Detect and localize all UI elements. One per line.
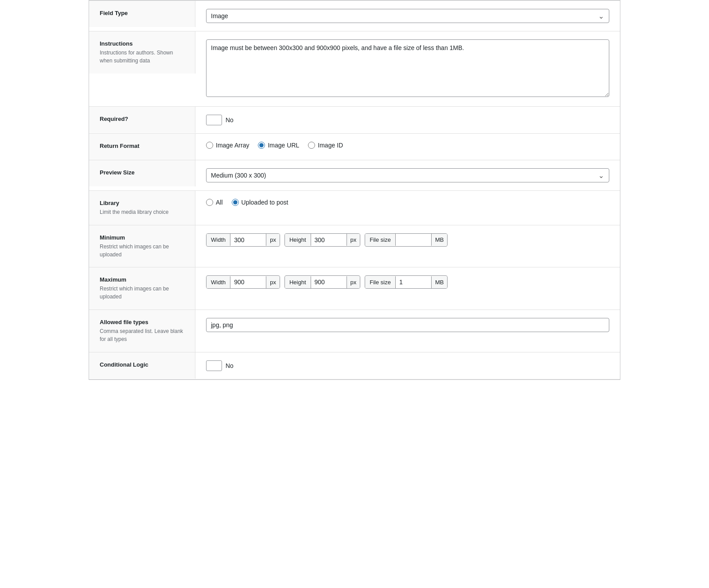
library-all-item: All (206, 199, 223, 206)
field-type-row: Field Type Image (89, 0, 620, 31)
return-format-array-radio[interactable] (206, 142, 213, 149)
return-format-array-item: Image Array (206, 142, 249, 149)
preview-size-row: Preview Size Medium (300 x 300) (89, 160, 620, 191)
maximum-description: Restrict which images can be uploaded (100, 286, 169, 300)
preview-size-label: Preview Size (100, 169, 186, 176)
required-row: Required? No (89, 107, 620, 134)
required-label: Required? (100, 116, 186, 122)
minimum-width-item: Width px (206, 233, 280, 247)
maximum-width-label: Width (206, 276, 230, 288)
return-format-url-radio[interactable] (258, 142, 265, 149)
instructions-label: Instructions (100, 40, 186, 47)
return-format-label-col: Return Format (89, 134, 195, 160)
minimum-filesize-input[interactable] (396, 234, 431, 246)
library-description: Limit the media library choice (100, 209, 168, 215)
library-all-label: All (216, 199, 223, 206)
field-type-select[interactable]: Image (206, 9, 609, 23)
maximum-filesize-input[interactable] (396, 276, 431, 288)
minimum-dimension-group: Width px Height px File size MB (206, 233, 609, 247)
minimum-filesize-unit: MB (431, 234, 448, 246)
return-format-id-item: Image ID (308, 142, 343, 149)
library-label-col: Library Limit the media library choice (89, 191, 195, 225)
instructions-textarea[interactable]: Image must be between 300x300 and 900x90… (206, 39, 609, 97)
allowed-file-types-description: Comma separated list. Leave blank for al… (100, 328, 183, 342)
allowed-file-types-label: Allowed file types (100, 319, 186, 325)
field-type-field-col: Image (195, 1, 620, 31)
minimum-row: Minimum Restrict which images can be upl… (89, 225, 620, 268)
minimum-filesize-item: File size MB (365, 233, 448, 247)
minimum-height-item: Height px (284, 233, 360, 247)
library-post-item: Uploaded to post (232, 199, 288, 206)
required-label-col: Required? (89, 107, 195, 133)
maximum-height-label: Height (285, 276, 311, 288)
minimum-filesize-label: File size (365, 234, 396, 246)
conditional-logic-row: Conditional Logic No (89, 352, 620, 379)
library-post-radio[interactable] (232, 199, 239, 206)
minimum-height-unit: px (347, 234, 360, 246)
field-type-label-col: Field Type (89, 1, 195, 27)
minimum-label: Minimum (100, 234, 186, 241)
maximum-filesize-label: File size (365, 276, 396, 288)
maximum-height-input[interactable] (311, 276, 347, 288)
minimum-height-input[interactable] (311, 234, 347, 246)
instructions-label-col: Instructions Instructions for authors. S… (89, 31, 195, 74)
field-type-label: Field Type (100, 10, 186, 16)
maximum-row: Maximum Restrict which images can be upl… (89, 267, 620, 310)
maximum-filesize-item: File size MB (365, 275, 448, 289)
maximum-height-unit: px (347, 276, 360, 288)
allowed-file-types-field-col (195, 310, 620, 340)
conditional-logic-field-col: No (195, 352, 620, 379)
preview-size-select-wrapper: Medium (300 x 300) (206, 168, 609, 182)
return-format-id-label: Image ID (318, 142, 343, 149)
minimum-width-unit: px (266, 234, 280, 246)
maximum-width-item: Width px (206, 275, 280, 289)
required-toggle-label: No (226, 116, 234, 124)
maximum-field-col: Width px Height px File size MB (195, 267, 620, 297)
minimum-field-col: Width px Height px File size MB (195, 225, 620, 255)
preview-size-select[interactable]: Medium (300 x 300) (206, 168, 609, 182)
allowed-file-types-label-col: Allowed file types Comma separated list.… (89, 310, 195, 352)
conditional-logic-toggle[interactable] (206, 360, 222, 371)
minimum-height-label: Height (285, 234, 311, 246)
maximum-label-col: Maximum Restrict which images can be upl… (89, 267, 195, 309)
library-all-radio[interactable] (206, 199, 213, 206)
library-label: Library (100, 200, 186, 206)
return-format-label: Return Format (100, 143, 186, 149)
return-format-row: Return Format Image Array Image URL Imag… (89, 134, 620, 160)
return-format-url-label: Image URL (268, 142, 299, 149)
conditional-logic-label: Conditional Logic (100, 361, 186, 368)
maximum-width-unit: px (266, 276, 280, 288)
library-post-label: Uploaded to post (242, 199, 288, 206)
form-container: Field Type Image Instructions Instructio… (89, 0, 620, 380)
library-radio-group: All Uploaded to post (206, 199, 609, 206)
return-format-url-item: Image URL (258, 142, 299, 149)
preview-size-field-col: Medium (300 x 300) (195, 160, 620, 190)
library-field-col: All Uploaded to post (195, 191, 620, 214)
return-format-id-radio[interactable] (308, 142, 315, 149)
required-field-col: No (195, 107, 620, 133)
conditional-logic-toggle-wrapper: No (206, 360, 609, 371)
required-toggle-wrapper: No (206, 115, 609, 125)
required-toggle[interactable] (206, 115, 222, 125)
maximum-filesize-unit: MB (431, 276, 448, 288)
allowed-file-types-row: Allowed file types Comma separated list.… (89, 310, 620, 352)
minimum-description: Restrict which images can be uploaded (100, 244, 169, 258)
library-row: Library Limit the media library choice A… (89, 191, 620, 225)
return-format-array-label: Image Array (216, 142, 249, 149)
instructions-description: Instructions for authors. Shown when sub… (100, 50, 173, 64)
conditional-logic-toggle-label: No (226, 362, 234, 369)
conditional-logic-label-col: Conditional Logic (89, 352, 195, 379)
minimum-width-input[interactable] (230, 234, 266, 246)
allowed-file-types-input[interactable] (206, 318, 609, 332)
return-format-radio-group: Image Array Image URL Image ID (206, 142, 609, 149)
maximum-height-item: Height px (284, 275, 360, 289)
minimum-width-label: Width (206, 234, 230, 246)
preview-size-label-col: Preview Size (89, 160, 195, 186)
instructions-row: Instructions Instructions for authors. S… (89, 31, 620, 107)
maximum-dimension-group: Width px Height px File size MB (206, 275, 609, 289)
instructions-field-col: Image must be between 300x300 and 900x90… (195, 31, 620, 106)
field-type-select-wrapper: Image (206, 9, 609, 23)
minimum-label-col: Minimum Restrict which images can be upl… (89, 225, 195, 267)
maximum-width-input[interactable] (230, 276, 266, 288)
maximum-label: Maximum (100, 276, 186, 283)
